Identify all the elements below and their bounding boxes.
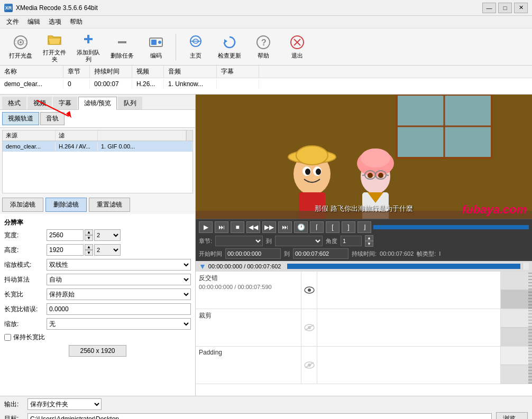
width-spin-down[interactable]: ▼ xyxy=(85,235,93,241)
filter-name-1: 裁剪 xyxy=(199,311,298,320)
scale-mode-select[interactable]: 双线性 xyxy=(47,259,191,271)
col-duration: 持续时间 xyxy=(90,66,132,78)
file-duration: 00:00:07 xyxy=(90,79,132,89)
timeline-eye-icon-0[interactable] xyxy=(301,272,317,309)
skip-next-button[interactable]: ⏭ xyxy=(278,221,292,233)
exit-button[interactable]: 退出 xyxy=(281,31,314,63)
exit-icon xyxy=(289,34,306,51)
timeline-label-0: 反交错 00:00:00:000 / 00:00:07:590 xyxy=(196,272,301,309)
frame-type-value: I xyxy=(439,250,441,257)
filter-list-row[interactable]: demo_clear... H.264 / AV... 1. GIF 0.00.… xyxy=(3,141,192,152)
home-button[interactable]: 主页 xyxy=(179,31,212,63)
play-button[interactable]: ▶ xyxy=(199,221,213,233)
width-input[interactable] xyxy=(47,229,84,241)
in-point-button[interactable]: ⌈ xyxy=(310,221,324,233)
menu-file[interactable]: 文件 xyxy=(2,16,23,27)
timeline-thumb-2 xyxy=(500,347,532,384)
col-name: 名称 xyxy=(0,66,63,78)
open-folder-button[interactable]: 打开文件夹 xyxy=(38,31,71,63)
angle-spin-up[interactable]: ▲ xyxy=(365,235,373,241)
tab-queue[interactable]: 队列 xyxy=(118,97,142,109)
timeline-expand-icon[interactable]: ▼ xyxy=(199,262,206,271)
timeline-header: ▼ 00:00:00:000 / 00:00:07:602 xyxy=(196,261,532,272)
height-input[interactable] xyxy=(47,244,84,256)
menu-options[interactable]: 选项 xyxy=(44,16,66,27)
crop-select[interactable]: 无 xyxy=(47,318,191,330)
encode-button[interactable]: 编码 xyxy=(140,31,172,63)
open-disc-button[interactable]: 打开光盘 xyxy=(4,31,37,63)
svg-text:?: ? xyxy=(261,38,267,47)
file-chapter: 0 xyxy=(63,79,90,89)
video-frame xyxy=(196,95,532,219)
height-scale-select[interactable]: 2 xyxy=(94,244,121,256)
angle-input[interactable] xyxy=(341,236,362,246)
height-spin-up[interactable]: ▲ xyxy=(85,244,93,250)
seek-bar[interactable] xyxy=(373,225,529,229)
to-label2: 到 xyxy=(284,250,290,258)
angle-spin-down[interactable]: ▼ xyxy=(365,241,373,247)
width-scale-select[interactable]: 2 xyxy=(94,229,121,241)
check-update-button[interactable]: 检查更新 xyxy=(213,31,246,63)
angle-spin: ▲ ▼ xyxy=(365,235,373,247)
keep-aspect-checkbox[interactable] xyxy=(4,334,11,341)
home-label: 主页 xyxy=(190,52,201,59)
timeline-bar[interactable] xyxy=(287,264,520,269)
playback-controls: ▶ ⏭ ■ ◀◀ ▶▶ ⏭ 🕐 ⌈ [ ] ⌋ 章节: 到 角度 xyxy=(196,219,532,261)
sub-tab-audio[interactable]: 音轨 xyxy=(40,112,65,125)
tab-subtitle[interactable]: 字幕 xyxy=(53,97,77,109)
start-time-label: 开始时间 xyxy=(199,250,222,258)
end-time-input[interactable] xyxy=(293,248,348,259)
width-spin-btns: ▲ ▼ xyxy=(85,229,93,241)
start-time-input[interactable] xyxy=(225,248,281,259)
bracket-right-button[interactable]: ] xyxy=(342,221,355,233)
chapter-end-select[interactable] xyxy=(275,236,323,246)
timeline-eye-icon-1[interactable] xyxy=(301,309,317,346)
minimize-button[interactable]: — xyxy=(482,3,496,13)
file-list-row[interactable]: demo_clear... 0 00:00:07 H.26... 1. Unkn… xyxy=(0,78,532,90)
tab-video[interactable]: 视频 xyxy=(27,97,52,109)
add-queue-button[interactable]: 添加到队列 xyxy=(72,31,105,63)
menu-edit[interactable]: 编辑 xyxy=(23,16,44,27)
tab-filter[interactable]: 滤镜/预览 xyxy=(78,97,117,110)
menu-help[interactable]: 帮助 xyxy=(66,16,87,27)
svg-rect-8 xyxy=(151,40,157,45)
bracket-left-button[interactable]: [ xyxy=(326,221,340,233)
out-point-button[interactable]: ⌋ xyxy=(357,221,371,233)
aspect-error-input[interactable] xyxy=(47,303,191,315)
help-button[interactable]: ? 帮助 xyxy=(247,31,280,63)
close-button[interactable]: ✕ xyxy=(514,3,528,13)
prev-frame-button[interactable]: ◀◀ xyxy=(246,221,260,233)
filter-col-source: 来源 xyxy=(3,131,56,141)
skip-end-button[interactable]: ⏭ xyxy=(215,221,228,233)
width-spin-up[interactable]: ▲ xyxy=(85,229,93,235)
svg-point-28 xyxy=(296,146,328,165)
filter-scrollbar[interactable] xyxy=(186,131,192,141)
maximize-button[interactable]: □ xyxy=(498,3,512,13)
browse-button[interactable]: 浏览... xyxy=(496,412,528,419)
aspect-error-row: 长宽比错误: xyxy=(4,303,191,315)
clock-button[interactable]: 🕐 xyxy=(294,221,308,233)
delete-task-button[interactable]: 删除任务 xyxy=(106,31,139,63)
add-filter-button[interactable]: 添加滤镜 xyxy=(2,198,43,212)
crop-label: 缩放: xyxy=(4,320,47,329)
width-row: 宽度: ▲ ▼ 2 xyxy=(4,229,191,241)
output-select[interactable]: 保存到文件夹 xyxy=(27,398,102,410)
svg-rect-5 xyxy=(87,35,89,43)
chapter-start-select[interactable] xyxy=(215,236,263,246)
col-chapter: 章节 xyxy=(63,66,90,78)
height-spin-down[interactable]: ▼ xyxy=(85,250,93,256)
stop-button[interactable]: ■ xyxy=(231,221,244,233)
menu-bar: 文件 编辑 选项 帮助 xyxy=(0,16,532,29)
reset-filter-button[interactable]: 重置滤镜 xyxy=(89,198,130,212)
target-input[interactable] xyxy=(27,413,492,420)
aspect-select[interactable]: 保持原始 xyxy=(47,288,191,300)
timeline-eye-icon-2[interactable] xyxy=(301,347,317,384)
deinterlace-select[interactable]: 自动 xyxy=(47,274,191,285)
tab-format[interactable]: 格式 xyxy=(2,97,26,109)
add-queue-icon xyxy=(80,31,97,48)
sub-tab-video[interactable]: 视频轨道 xyxy=(2,112,39,125)
next-frame-button[interactable]: ▶▶ xyxy=(262,221,276,233)
timeline-scrollbar-h[interactable] xyxy=(522,263,529,270)
size-display-button[interactable]: 2560 x 1920 xyxy=(69,345,126,357)
remove-filter-button[interactable]: 删除滤镜 xyxy=(45,198,87,212)
